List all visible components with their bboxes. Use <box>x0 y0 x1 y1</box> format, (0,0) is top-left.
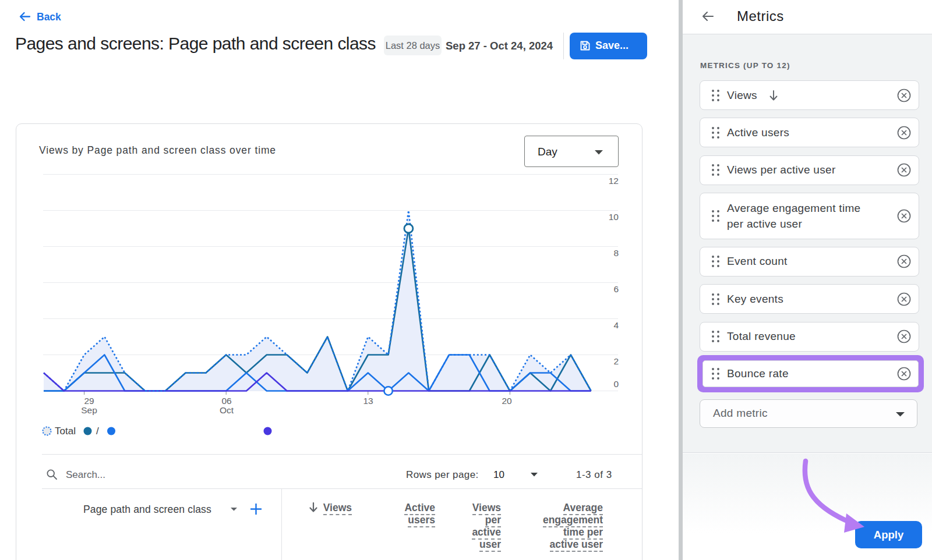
svg-text:4: 4 <box>613 320 619 330</box>
svg-text:10: 10 <box>609 212 619 222</box>
svg-text:20: 20 <box>502 396 512 406</box>
svg-text:6: 6 <box>613 284 619 294</box>
svg-text:/: / <box>96 426 99 437</box>
svg-text:13: 13 <box>363 396 373 406</box>
svg-text:2: 2 <box>613 356 619 366</box>
svg-text:0: 0 <box>613 379 619 389</box>
svg-text:Total: Total <box>55 426 76 437</box>
svg-text:Sep: Sep <box>81 405 97 415</box>
svg-text:29: 29 <box>84 396 94 406</box>
svg-text:06: 06 <box>221 396 231 406</box>
svg-text:8: 8 <box>613 248 619 258</box>
svg-text:Oct: Oct <box>220 405 234 415</box>
svg-text:12: 12 <box>609 176 619 186</box>
